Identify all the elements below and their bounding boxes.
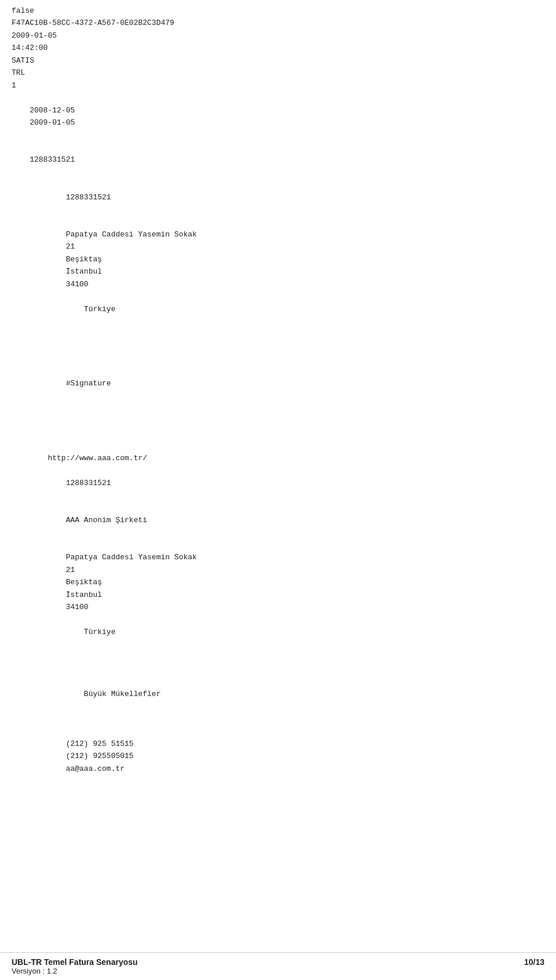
footer-title: UBL-TR Temel Fatura Senaryosu — [12, 957, 138, 967]
footer-version: Versiyon : 1.2 — [12, 967, 138, 975]
footer: UBL-TR Temel Fatura Senaryosu Versiyon :… — [0, 952, 556, 980]
footer-left: UBL-TR Temel Fatura Senaryosu Versiyon :… — [12, 957, 138, 975]
footer-page: 10/13 — [524, 957, 544, 967]
xml-pre: false F47AC10B-58CC-4372-A567-0E02B2C3D4… — [12, 5, 544, 837]
xml-content-area: false F47AC10B-58CC-4372-A567-0E02B2C3D4… — [0, 0, 556, 872]
